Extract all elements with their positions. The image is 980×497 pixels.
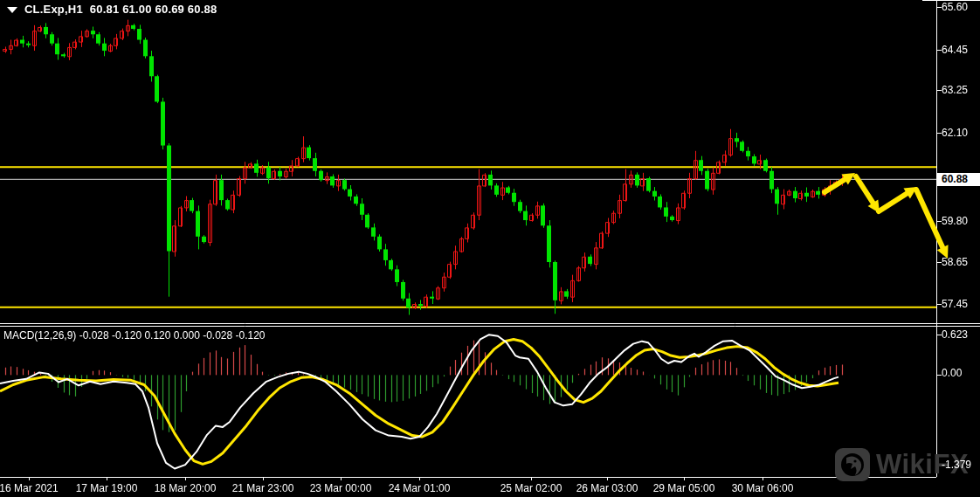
time-axis-label: 17 Mar 19:00 [76, 482, 138, 494]
symbol-name: CL.Exp,H1 [24, 3, 83, 16]
time-axis-label: 25 Mar 02:00 [500, 482, 562, 494]
price-axis-label: 63.25 [942, 84, 968, 96]
price-chart-canvas[interactable] [0, 0, 980, 497]
time-axis-label: 21 Mar 23:00 [232, 482, 294, 494]
time-axis-label: 16 Mar 2021 [0, 482, 59, 494]
chevron-down-icon[interactable] [7, 7, 17, 13]
macd-axis-label: 0.623 [942, 328, 968, 341]
current-price-badge: 60.88 [937, 173, 980, 186]
macd-axis-label: 0.00 [942, 367, 962, 379]
price-axis-label: 58.65 [942, 256, 968, 268]
symbol-header: CL.Exp,H1 60.81 61.00 60.69 60.88 [7, 3, 217, 16]
price-axis-label: 62.10 [942, 127, 968, 139]
chart-window: CL.Exp,H1 60.81 61.00 60.69 60.88 MACD(1… [0, 0, 980, 497]
macd-indicator-label: MACD(12,26,9) -0.028 -0.120 0.120 0.000 … [3, 329, 266, 342]
price-axis-label: 64.45 [942, 44, 968, 56]
macd-axis-label: -1.379 [942, 459, 971, 471]
time-axis-label: 18 Mar 20:00 [155, 482, 217, 494]
time-axis-label: 29 Mar 05:00 [653, 482, 715, 494]
wikifx-logo-icon [835, 448, 870, 481]
time-axis-label: 23 Mar 00:00 [310, 482, 372, 494]
symbol-ohlc-quotes: 60.81 61.00 60.69 60.88 [90, 3, 217, 16]
price-axis-label: 57.45 [942, 298, 968, 310]
time-axis-label: 24 Mar 01:00 [389, 482, 451, 494]
time-axis-label: 30 Mar 06:00 [732, 482, 794, 494]
price-axis-label: 65.60 [942, 1, 968, 13]
time-axis-label: 26 Mar 03:00 [576, 482, 638, 494]
price-axis-label: 59.80 [942, 215, 968, 227]
